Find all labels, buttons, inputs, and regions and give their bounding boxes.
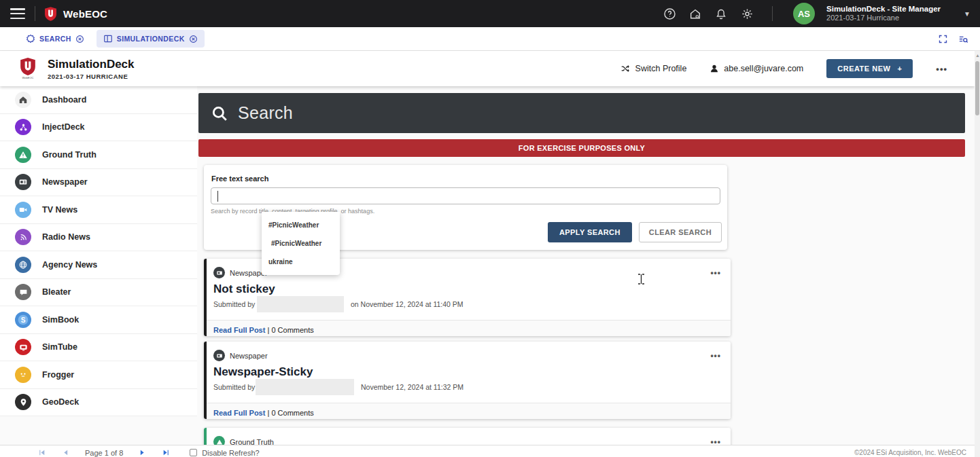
post-footer: Read Full Post | 0 Comments: [204, 320, 731, 336]
scrollbar-thumb[interactable]: [975, 61, 979, 115]
free-text-search-input[interactable]: [211, 187, 720, 204]
search-banner-title: Search: [238, 103, 293, 123]
copyright-text: ©2024 ESi Acquisition, Inc. WebEOC: [854, 449, 966, 456]
tab-simulationdeck[interactable]: SIMULATIONDECK: [97, 30, 205, 48]
seal-star-icon: [26, 34, 35, 43]
webeoc-shield-logo-icon: [45, 7, 56, 21]
suggestion-item[interactable]: #PicnicWeather: [262, 234, 340, 253]
hamburger-menu-icon[interactable]: [10, 8, 25, 19]
newspaper-channel-icon: [213, 267, 225, 278]
tab-search-label: SEARCH: [39, 35, 71, 43]
previous-page-icon[interactable]: [61, 448, 70, 457]
person-icon: [710, 64, 719, 73]
next-page-icon[interactable]: [138, 448, 147, 457]
brand: WebEOC: [45, 7, 107, 21]
post-footer: Read Full Post | 0 Comments: [204, 403, 731, 419]
rss-icon: [15, 229, 31, 245]
header-more-menu[interactable]: •••: [936, 64, 947, 74]
scrollbar-up-arrow[interactable]: ▲: [975, 53, 980, 58]
redacted-author: [256, 379, 354, 395]
fullscreen-icon[interactable]: [938, 34, 948, 44]
search-suggestions-dropdown: #PicnicWeather #PicnicWeather ukraine: [262, 212, 340, 275]
first-page-icon[interactable]: [37, 448, 46, 457]
tab-bar: SEARCH SIMULATIONDECK: [0, 27, 980, 51]
tab-close-icon[interactable]: [75, 35, 84, 43]
suggestion-item[interactable]: #PicnicWeather: [262, 216, 340, 234]
chat-bubble-icon: [15, 284, 31, 300]
pagination: Page 1 of 8: [37, 448, 171, 457]
disable-refresh-checkbox[interactable]: [190, 449, 197, 456]
sidebar-item-frogger[interactable]: Frogger: [0, 361, 197, 389]
post-title: Not stickey: [204, 278, 731, 296]
smiley-icon: [15, 367, 31, 383]
sidebar-item-injectdeck[interactable]: InjectDeck: [0, 114, 197, 142]
post-channel-name: Newspaper: [230, 352, 268, 360]
sidebar-item-geodeck[interactable]: GeoDeck: [0, 389, 197, 417]
clear-search-button[interactable]: CLEAR SEARCH: [639, 222, 722, 242]
sidebar-item-simbook[interactable]: S SimBook: [0, 306, 197, 334]
sidebar-item-dashboard[interactable]: Dashboard: [0, 86, 197, 114]
exercise-banner: FOR EXERCISE PURPOSES ONLY: [198, 139, 965, 157]
switch-profile-button[interactable]: Switch Profile: [620, 64, 687, 73]
suggestion-item[interactable]: ukraine: [262, 253, 340, 271]
sidebar-item-ground-truth[interactable]: Ground Truth: [0, 141, 197, 169]
apply-search-button[interactable]: APPLY SEARCH: [548, 222, 632, 242]
settings-gear-icon[interactable]: [737, 3, 757, 24]
simbook-s-icon: S: [15, 312, 31, 328]
brand-name: WebEOC: [63, 8, 107, 20]
redacted-author: [257, 296, 344, 312]
post-submitted-line: Submitted by on November 12, 2024 at 11:…: [204, 296, 731, 314]
map-pin-icon: [15, 394, 31, 410]
tv-screen-icon: [15, 339, 31, 355]
logo-caption: WebEOC: [22, 76, 34, 79]
profile-summary[interactable]: SimulationDeck - Site Manager 2021-03-17…: [826, 4, 941, 23]
newspaper-icon: [15, 174, 31, 190]
sidebar-item-bleater[interactable]: Bleater: [0, 279, 197, 307]
search-icon: [211, 105, 228, 122]
sidebar-item-tv-news[interactable]: TV News: [0, 196, 197, 224]
mouse-ibeam-cursor: [637, 274, 645, 285]
chevron-down-icon[interactable]: ▼: [964, 10, 970, 18]
user-email[interactable]: abe.sell@juvare.com: [710, 64, 803, 73]
tab-close-icon[interactable]: [189, 35, 198, 43]
footer-bar: Page 1 of 8 Disable Refresh? ©2024 ESi A…: [0, 445, 975, 457]
last-page-icon[interactable]: [162, 448, 171, 457]
sidebar-item-simtube[interactable]: SimTube: [0, 334, 197, 362]
main-content: Search FOR EXERCISE PURPOSES ONLY Free t…: [198, 86, 965, 457]
video-camera-icon: [15, 202, 31, 218]
top-app-bar: WebEOC AS SimulationDeck - Site Manager …: [0, 0, 980, 27]
search-page-banner: Search: [198, 93, 965, 133]
home-icon: [15, 92, 31, 108]
post-card: Newspaper ••• Newspaper-Sticky Submitted…: [204, 342, 731, 419]
profile-incident: 2021-03-17 Hurricane: [826, 14, 941, 23]
tab-simulationdeck-label: SIMULATIONDECK: [117, 35, 185, 43]
topbar-divider: [772, 6, 773, 21]
app-header: WebEOC SimulationDeck 2021-03-17 HURRICA…: [0, 51, 975, 86]
sidebar-item-radio-news[interactable]: Radio News: [0, 224, 197, 252]
network-icon: [15, 119, 31, 135]
switch-profile-label: Switch Profile: [635, 64, 687, 73]
read-full-post-link[interactable]: Read Full Post: [213, 326, 265, 334]
post-submitted-line: Submitted by November 12, 2024 at 11:32 …: [204, 379, 731, 397]
search-list-icon[interactable]: [958, 34, 969, 44]
shuffle-icon: [620, 64, 631, 73]
comments-count: 0 Comments: [271, 409, 313, 417]
post-more-menu[interactable]: •••: [710, 351, 721, 361]
globe-icon: [15, 257, 31, 273]
user-avatar[interactable]: AS: [793, 3, 815, 24]
create-new-button[interactable]: CREATE NEW+: [826, 59, 913, 78]
sidebar-item-agency-news[interactable]: Agency News: [0, 251, 197, 279]
svg-text:S: S: [21, 316, 26, 323]
vertical-scrollbar[interactable]: ▲: [975, 51, 980, 457]
topbar-divider: [35, 6, 35, 21]
tab-search[interactable]: SEARCH: [19, 30, 91, 48]
home-settings-icon[interactable]: [685, 3, 705, 24]
warning-triangle-icon: [15, 147, 31, 163]
sidebar-item-newspaper[interactable]: Newspaper: [0, 169, 197, 197]
post-more-menu[interactable]: •••: [710, 268, 721, 278]
text-caret: [217, 191, 218, 202]
page-title: SimulationDeck: [48, 58, 135, 71]
read-full-post-link[interactable]: Read Full Post: [213, 409, 265, 417]
notifications-bell-icon[interactable]: [711, 3, 731, 24]
help-icon[interactable]: [659, 3, 680, 24]
